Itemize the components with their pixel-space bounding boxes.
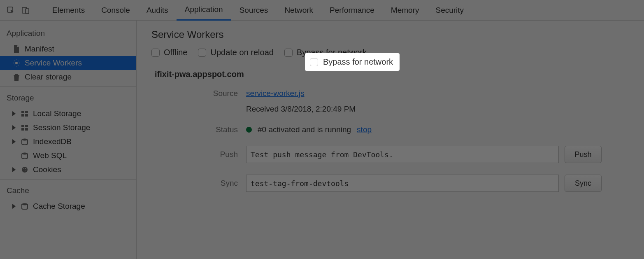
sidebar-heading-storage: Storage xyxy=(0,89,136,107)
svg-rect-11 xyxy=(25,128,28,131)
service-worker-origin: ifixit-pwa.appspot.com xyxy=(155,70,629,79)
sync-button[interactable]: Sync xyxy=(565,175,602,192)
svg-point-12 xyxy=(22,139,28,141)
application-sidebar: Application Manifest Service Workers Cle… xyxy=(0,21,137,259)
tabbar-separator xyxy=(38,5,38,16)
sidebar-item-label: Session Storage xyxy=(33,123,90,132)
checkbox-label: Offline xyxy=(164,48,187,57)
expand-triangle-icon xyxy=(12,111,16,116)
table-icon xyxy=(21,124,29,132)
status-text: #0 activated and is running xyxy=(258,125,351,134)
source-link[interactable]: service-worker.js xyxy=(246,89,304,98)
file-icon xyxy=(12,45,21,53)
expand-triangle-icon xyxy=(12,139,16,144)
sidebar-item-clear-storage[interactable]: Clear storage xyxy=(0,70,136,84)
inspect-element-icon[interactable] xyxy=(6,5,16,15)
checkbox-icon[interactable] xyxy=(151,49,160,57)
svg-rect-9 xyxy=(25,125,28,127)
sidebar-item-label: Clear storage xyxy=(25,72,72,82)
svg-rect-4 xyxy=(21,111,24,113)
table-icon xyxy=(21,110,29,118)
devtools-tabbar: Elements Console Audits Application Sour… xyxy=(0,0,644,21)
device-toolbar-icon[interactable] xyxy=(21,5,30,15)
offline-checkbox-row[interactable]: Offline xyxy=(151,48,187,57)
tab-console[interactable]: Console xyxy=(93,0,138,21)
tab-security[interactable]: Security xyxy=(427,0,472,21)
svg-point-14 xyxy=(22,167,28,173)
sidebar-item-label: Web SQL xyxy=(33,151,67,160)
svg-point-3 xyxy=(15,62,18,64)
expand-triangle-icon xyxy=(12,204,16,209)
sidebar-item-service-workers[interactable]: Service Workers xyxy=(0,56,136,70)
svg-point-15 xyxy=(23,168,24,169)
tab-network[interactable]: Network xyxy=(276,0,321,21)
stop-link[interactable]: stop xyxy=(357,125,372,134)
push-label: Push xyxy=(151,150,246,159)
checkbox-icon[interactable] xyxy=(198,49,206,57)
database-icon xyxy=(21,152,29,160)
svg-point-16 xyxy=(25,168,26,169)
sidebar-heading-application: Application xyxy=(0,25,136,42)
push-button[interactable]: Push xyxy=(565,146,602,163)
svg-rect-10 xyxy=(21,128,24,131)
expand-triangle-icon xyxy=(12,167,16,172)
svg-point-13 xyxy=(22,153,28,155)
sidebar-item-label: Cache Storage xyxy=(33,202,85,211)
sidebar-item-cookies[interactable]: Cookies xyxy=(0,163,136,177)
sidebar-item-indexeddb[interactable]: IndexedDB xyxy=(0,135,136,149)
sidebar-item-manifest[interactable]: Manifest xyxy=(0,42,136,56)
push-input[interactable] xyxy=(246,146,559,163)
status-label: Status xyxy=(151,125,246,134)
sidebar-divider xyxy=(0,179,136,180)
tab-elements[interactable]: Elements xyxy=(44,0,93,21)
gear-icon xyxy=(12,59,21,67)
tab-performance[interactable]: Performance xyxy=(321,0,383,21)
panel-title: Service Workers xyxy=(151,29,629,40)
sidebar-item-label: IndexedDB xyxy=(33,137,72,146)
sidebar-divider xyxy=(0,86,136,87)
update-on-reload-checkbox-row[interactable]: Update on reload xyxy=(198,48,273,57)
svg-rect-8 xyxy=(21,125,24,127)
sidebar-item-label: Local Storage xyxy=(33,109,81,118)
svg-rect-6 xyxy=(21,114,24,117)
bypass-for-network-highlight[interactable]: Bypass for network xyxy=(305,53,400,71)
checkbox-icon[interactable] xyxy=(284,49,293,57)
trash-icon xyxy=(12,73,21,81)
database-icon xyxy=(21,202,29,210)
status-dot-icon xyxy=(246,127,252,133)
received-timestamp: Received 3/8/2018, 2:20:49 PM xyxy=(246,105,356,114)
svg-rect-5 xyxy=(25,111,28,113)
checkbox-label: Bypass for network xyxy=(323,57,393,67)
sync-label: Sync xyxy=(151,179,246,188)
tab-sources[interactable]: Sources xyxy=(231,0,277,21)
sidebar-item-session-storage[interactable]: Session Storage xyxy=(0,121,136,135)
svg-point-18 xyxy=(22,203,28,205)
sidebar-item-cache-storage[interactable]: Cache Storage xyxy=(0,199,136,213)
checkbox-icon[interactable] xyxy=(310,58,318,66)
source-label: Source xyxy=(151,89,246,98)
sidebar-item-label: Service Workers xyxy=(25,58,82,68)
checkbox-label: Update on reload xyxy=(210,48,273,57)
tab-memory[interactable]: Memory xyxy=(383,0,428,21)
expand-triangle-icon xyxy=(12,125,16,130)
cookie-icon xyxy=(21,166,29,174)
sidebar-item-local-storage[interactable]: Local Storage xyxy=(0,107,136,121)
svg-rect-7 xyxy=(25,114,28,117)
tab-application[interactable]: Application xyxy=(177,0,231,21)
sidebar-heading-cache: Cache xyxy=(0,182,136,199)
database-icon xyxy=(21,138,29,146)
svg-rect-2 xyxy=(26,9,29,14)
svg-point-17 xyxy=(25,170,26,171)
tab-audits[interactable]: Audits xyxy=(138,0,177,21)
sync-input[interactable] xyxy=(246,175,559,192)
sidebar-item-label: Cookies xyxy=(33,165,61,174)
sidebar-item-web-sql[interactable]: Web SQL xyxy=(0,149,136,163)
sidebar-item-label: Manifest xyxy=(25,44,54,54)
